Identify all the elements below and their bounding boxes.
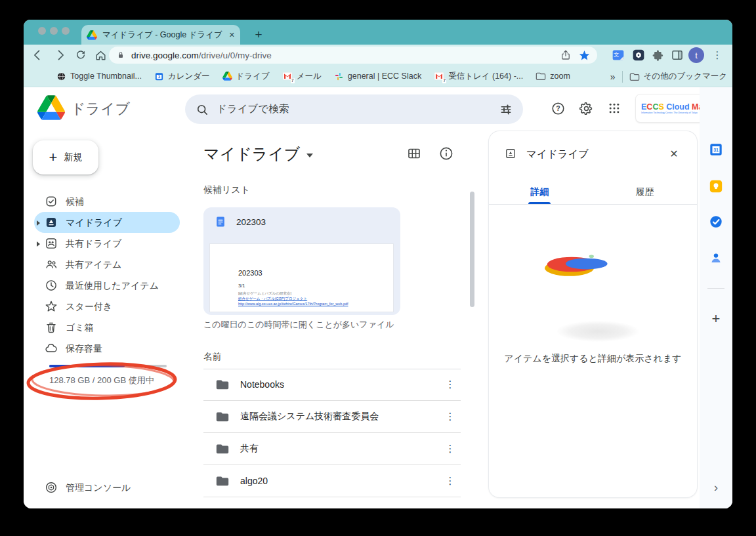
calendar-icon: 3 (154, 72, 164, 81)
other-bookmarks-button[interactable]: その他のブックマーク (629, 71, 727, 82)
search-options-tune-icon[interactable] (499, 103, 513, 116)
sidebar-item-my-drive[interactable]: マイドライブ (34, 212, 180, 233)
back-icon[interactable] (29, 47, 46, 64)
side-panel-icon[interactable] (669, 47, 686, 64)
suggested-file-card[interactable]: 202303 202303 3/1 [組合せゲームとパズルの研究会] 組合せゲー… (203, 207, 400, 315)
extensions-puzzle-icon[interactable] (649, 47, 666, 64)
cloud-icon (45, 342, 58, 355)
expand-caret-icon[interactable] (37, 241, 40, 247)
reload-icon[interactable] (72, 47, 89, 64)
calendar-icon[interactable]: 31 (707, 141, 724, 158)
bookmark-star-icon[interactable] (578, 49, 591, 62)
sidebar-item-storage[interactable]: 保存容量 (34, 338, 180, 359)
contacts-icon[interactable] (707, 249, 724, 266)
browser-menu-icon[interactable]: ⋮ (709, 47, 726, 64)
search-bar[interactable]: ドライブで検索 (185, 94, 523, 124)
translate-icon[interactable]: 文 (610, 47, 627, 64)
bookmark-item[interactable]: 3 カレンダー (154, 71, 210, 82)
sidebar-item-shared-drives[interactable]: 共有ドライブ (34, 233, 180, 254)
my-drive-icon (45, 216, 58, 229)
admin-console-link[interactable]: 管理コンソール (34, 477, 180, 498)
new-button[interactable]: + 新規 (33, 140, 98, 175)
bookmarks-overflow-icon[interactable]: » (610, 72, 616, 82)
bookmark-item[interactable]: 7メール (282, 71, 322, 82)
bookmarks-bar: Toggle Thumbnail... 3 カレンダー ドライブ 7メール ge… (24, 66, 732, 87)
sidebar-item-recent[interactable]: 最近使用したアイテム (34, 275, 180, 296)
svg-text:3: 3 (158, 75, 160, 79)
folder-icon (215, 409, 230, 424)
bookmark-item[interactable]: ドライブ (222, 71, 270, 82)
screenshot-stage: マイドライブ - Google ドライブ ✕ + drive.google.co… (0, 0, 756, 536)
sidebar-item-shared-with-me[interactable]: 共有アイテム (34, 254, 180, 275)
storage-usage-text: 128.78 GB / 200 GB 使用中 (49, 375, 154, 386)
tasks-icon[interactable] (707, 213, 724, 230)
url-text: drive.google.com/drive/u/0/my-drive (131, 51, 272, 60)
expand-caret-icon[interactable] (37, 220, 40, 226)
grid-view-toggle-icon[interactable] (406, 146, 422, 161)
page-title-button[interactable]: マイドライブ (203, 144, 313, 165)
active-tab-underline (528, 202, 551, 204)
workspace-side-panel: 31 + › (700, 87, 732, 508)
details-info-icon[interactable] (438, 146, 454, 161)
file-row[interactable]: 共有 ⋮ (203, 433, 461, 465)
globe-icon (56, 72, 66, 81)
tab-details[interactable]: 詳細 (515, 180, 564, 204)
eccs-logo: ECCS Cloud Mail Information Technology C… (641, 102, 707, 114)
sidebar-item-trash[interactable]: ゴミ箱 (34, 317, 180, 338)
sidebar-nav: 候補 マイドライブ 共有ドライブ 共有アイテム (34, 191, 180, 359)
bookmark-item[interactable] (33, 71, 44, 82)
address-bar[interactable]: drive.google.com/drive/u/0/my-drive (109, 47, 597, 64)
row-more-menu-icon[interactable]: ⋮ (442, 379, 458, 390)
clock-icon (45, 279, 58, 292)
file-row[interactable]: algo20 ⋮ (203, 465, 461, 497)
browser-profile-avatar[interactable]: t (688, 47, 704, 63)
file-row[interactable]: 遠隔会議システム技術審査委員会 ⋮ (203, 401, 461, 433)
home-icon[interactable] (92, 47, 109, 64)
name-column-header[interactable]: 名前 (203, 344, 461, 369)
storage-progress-bar (49, 365, 167, 367)
share-icon[interactable] (560, 49, 572, 61)
suggested-file-title: 202303 (236, 217, 266, 227)
search-input[interactable]: ドライブで検索 (217, 102, 499, 116)
row-more-menu-icon[interactable]: ⋮ (442, 443, 458, 455)
collapse-panel-chevron-icon[interactable]: › (707, 478, 725, 497)
bookmark-item[interactable]: zoom (536, 71, 570, 81)
tab-history[interactable]: 履歴 (620, 180, 669, 204)
close-window-button[interactable] (38, 27, 46, 35)
empty-state-illustration (545, 215, 643, 314)
preview-link: 組合せゲーム・パズル(CGP)プロジェクト (238, 297, 307, 301)
browser-window: マイドライブ - Google ドライブ ✕ + drive.google.co… (24, 20, 732, 508)
browser-toolbar: drive.google.com/drive/u/0/my-drive 文 t … (24, 45, 732, 66)
app-name: ドライブ (71, 99, 130, 119)
settings-gear-icon[interactable] (576, 98, 596, 118)
browser-tab[interactable]: マイドライブ - Google ドライブ ✕ (81, 25, 240, 45)
search-icon (196, 103, 209, 116)
close-icon[interactable]: ✕ (665, 144, 683, 163)
row-more-menu-icon[interactable]: ⋮ (442, 411, 458, 423)
bookmark-item[interactable]: general | ECC Slack (334, 72, 421, 81)
file-list: Notebooks ⋮ 遠隔会議システム技術審査委員会 ⋮ 共有 ⋮ (203, 369, 461, 497)
new-tab-button[interactable]: + (249, 26, 268, 44)
drive-app: ドライブ ドライブで検索 ECCS Cloud Mail Information… (24, 87, 732, 508)
admin-console-icon (45, 481, 58, 494)
bookmark-item[interactable]: 7受信トレイ (164) -... (434, 71, 523, 82)
minimize-window-button[interactable] (50, 27, 58, 35)
docs-file-icon (214, 215, 227, 228)
forward-icon[interactable] (52, 47, 69, 64)
extension-icon[interactable] (630, 47, 647, 64)
keep-icon[interactable] (707, 178, 724, 195)
file-row[interactable]: Notebooks ⋮ (203, 369, 461, 401)
star-icon (45, 300, 58, 313)
add-addon-button[interactable]: + (707, 310, 725, 328)
scrollbar-thumb[interactable] (470, 192, 474, 307)
svg-text:文: 文 (614, 51, 619, 58)
tab-close-icon[interactable]: ✕ (229, 31, 235, 39)
help-icon[interactable] (548, 98, 568, 118)
zoom-window-button[interactable] (62, 27, 70, 35)
row-more-menu-icon[interactable]: ⋮ (442, 475, 458, 487)
sidebar-item-starred[interactable]: スター付き (34, 296, 180, 317)
apps-grid-icon[interactable] (604, 98, 624, 118)
bookmark-item[interactable]: Toggle Thumbnail... (56, 72, 142, 81)
drive-header: ドライブ ドライブで検索 ECCS Cloud Mail Information… (24, 87, 732, 128)
sidebar-item-suggestions[interactable]: 候補 (34, 191, 180, 212)
